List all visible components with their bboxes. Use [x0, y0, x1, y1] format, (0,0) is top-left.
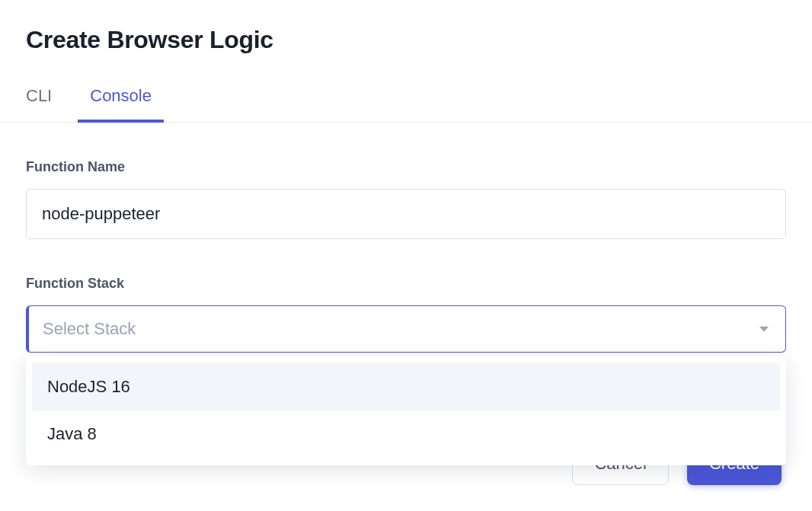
stack-dropdown: NodeJS 16 Java 8 [26, 356, 786, 465]
function-stack-label: Function Stack [26, 276, 786, 292]
stack-option-java8[interactable]: Java 8 [32, 410, 780, 458]
function-stack-group: Function Stack Select Stack NodeJS 16 Ja… [26, 276, 786, 353]
stack-option-nodejs16[interactable]: NodeJS 16 [32, 363, 780, 410]
page-title: Create Browser Logic [26, 26, 786, 54]
function-name-input[interactable] [26, 189, 786, 239]
function-stack-select[interactable]: Select Stack [26, 305, 786, 353]
tabs: CLI Console [0, 86, 812, 123]
tab-cli[interactable]: CLI [26, 86, 52, 123]
chevron-down-icon [759, 318, 769, 338]
function-name-label: Function Name [26, 159, 786, 175]
function-name-group: Function Name [26, 159, 786, 239]
tab-console[interactable]: Console [78, 86, 164, 123]
select-placeholder: Select Stack [43, 319, 136, 339]
